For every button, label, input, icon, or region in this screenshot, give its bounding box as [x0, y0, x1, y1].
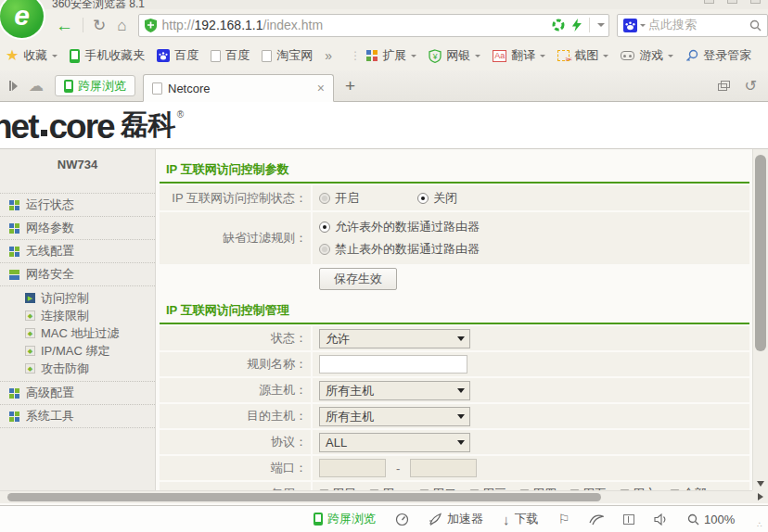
form-row-rule-name: 规则名称： — [160, 352, 749, 376]
page-icon — [152, 82, 162, 95]
field-label: 每周： — [160, 482, 311, 490]
dest-host-select[interactable]: 所有主机 — [319, 407, 470, 426]
divider — [589, 18, 590, 32]
refresh-button[interactable]: ↻ — [93, 18, 106, 33]
play-icon: ▶ — [25, 293, 35, 303]
statusbar-cross-screen[interactable]: 跨屏浏览 — [314, 511, 376, 527]
state-select[interactable]: 允许 — [319, 329, 470, 348]
bookmark-taobao[interactable]: 淘宝网 — [262, 47, 313, 64]
scroll-right-arrow[interactable] — [758, 493, 763, 500]
maximize-button[interactable] — [727, 0, 737, 4]
vertical-scrollbar[interactable] — [752, 149, 768, 490]
site-shield-icon[interactable] — [145, 19, 157, 32]
cloud-sync-icon[interactable]: ☁ — [29, 79, 44, 94]
zoom-icon — [687, 513, 699, 526]
sidebar-subitem-attack-defense[interactable]: ◆攻击防御 — [0, 360, 155, 377]
page-icon — [211, 50, 221, 62]
speed-bolt-icon[interactable] — [572, 19, 582, 32]
save-button[interactable]: 保存生效 — [319, 268, 397, 290]
statusbar-zoom[interactable]: 100% — [687, 513, 735, 526]
bookmark-mobile-favorites[interactable]: 手机收藏夹 — [70, 47, 145, 64]
online-banking-button[interactable]: ¥网银 — [429, 47, 480, 64]
favorites-menu[interactable]: ★收藏 — [6, 47, 58, 64]
login-manager-button[interactable]: 登录管家 — [685, 47, 751, 64]
radio-rule-allow[interactable] — [319, 222, 330, 233]
diamond-icon: ◆ — [25, 328, 35, 338]
sidebar-subitem-access-control[interactable]: ▶访问控制 — [0, 289, 155, 307]
close-window-button[interactable] — [750, 0, 761, 4]
rule-name-input[interactable] — [319, 355, 467, 374]
resize-grip[interactable]: ∴ — [757, 520, 764, 529]
sidebar-item-network-params[interactable]: 网络参数 — [0, 217, 155, 240]
url-dropdown-icon[interactable] — [597, 23, 605, 27]
window-title: 360安全浏览器 8.1 — [52, 0, 145, 9]
scroll-down-arrow[interactable] — [757, 481, 764, 487]
search-icon[interactable] — [749, 19, 762, 32]
bookmark-baidu[interactable]: 百度 — [211, 47, 250, 64]
home-button[interactable]: ⌂ — [117, 18, 126, 33]
form-row-state: 状态： 允许 — [160, 326, 749, 350]
translate-button[interactable]: Aa翻译 — [493, 47, 545, 64]
statusbar-accelerator[interactable]: 加速器 — [429, 511, 483, 527]
side-panel-icon[interactable] — [9, 81, 18, 91]
radio-status-off[interactable] — [417, 193, 429, 204]
snapshot-shutter-icon[interactable] — [552, 19, 565, 32]
statusbar-report[interactable]: ⚐ — [558, 513, 570, 526]
radio-rule-deny[interactable] — [319, 244, 330, 255]
close-tab-icon[interactable]: × — [317, 82, 325, 95]
section-title-control-management: IP 互联网访问控制管理 — [160, 298, 749, 324]
address-bar[interactable]: http://192.168.1.1/index.htm — [138, 14, 609, 37]
baidu-engine-icon[interactable] — [623, 19, 637, 32]
bookmarks-overflow-button[interactable]: » — [325, 49, 332, 62]
port-from-input[interactable] — [319, 459, 386, 477]
horizontal-scrollbar-thumb[interactable] — [7, 493, 601, 501]
sidebar-item-wireless-config[interactable]: 无线配置 — [0, 240, 155, 263]
form-row-protocol: 协议： ALL — [160, 430, 749, 454]
tab-netcore[interactable]: Netcore × — [143, 74, 334, 102]
window-controls[interactable] — [704, 0, 761, 4]
engine-dropdown-icon[interactable] — [640, 24, 646, 27]
sidebar-subitem-ip-mac-binding[interactable]: ◆IP/MAC 绑定 — [0, 342, 155, 360]
radio-label: 禁止表外的数据通过路由器 — [335, 241, 480, 258]
chevron-down-icon — [668, 55, 673, 57]
sidebar-item-network-security[interactable]: 网络安全 — [0, 263, 155, 286]
bookmark-baidu-app[interactable]: 百度 — [157, 47, 198, 64]
statusbar-download[interactable]: ↓下载 — [503, 511, 539, 527]
title-bar: 360安全浏览器 8.1 — [0, 0, 768, 9]
sidebar-item-system-tools[interactable]: 系统工具 — [0, 405, 155, 428]
sidebar-item-advanced-config[interactable]: 高级配置 — [0, 382, 155, 405]
sidebar: NW734 运行状态 网络参数 无线配置 网络安全 ▶访问控制 ◆连接限制 ◆M… — [0, 149, 156, 490]
search-box[interactable]: 点此搜索 — [617, 14, 768, 37]
statusbar-skin[interactable] — [589, 513, 604, 526]
cross-screen-button[interactable]: 跨屏浏览 — [55, 75, 135, 96]
extensions-button[interactable]: 扩展 — [366, 47, 416, 64]
back-button[interactable]: ← — [56, 17, 73, 34]
form-row-control-status: IP 互联网访问控制状态： 开启 关闭 — [160, 185, 749, 210]
statusbar-speed-gauge[interactable] — [395, 513, 409, 526]
key-magnifier-icon — [685, 49, 698, 62]
status-bar: 跨屏浏览 加速器 ↓下载 ⚐ 100% ∴ — [0, 505, 768, 532]
screenshot-button[interactable]: ✂截图 — [557, 47, 608, 64]
horizontal-scrollbar[interactable] — [0, 490, 768, 503]
sidebar-subitem-connection-limit[interactable]: ◆连接限制 — [0, 307, 155, 324]
url-text[interactable]: http://192.168.1.1/index.htm — [162, 18, 552, 32]
vertical-scrollbar-thumb[interactable] — [755, 155, 766, 351]
statusbar-sandbox[interactable] — [623, 514, 634, 525]
sidebar-subitem-mac-filter[interactable]: ◆MAC 地址过滤 — [0, 324, 155, 342]
field-label: 规则名称： — [160, 352, 311, 376]
scrollbar-corner — [752, 490, 768, 503]
radio-status-on[interactable] — [319, 193, 330, 204]
speaker-icon — [654, 513, 668, 526]
navigation-toolbar: ← ↻ ⌂ http://192.168.1.1/index.htm 点此搜索 — [0, 9, 768, 41]
tab-list-icon[interactable] — [718, 81, 730, 91]
games-button[interactable]: 游戏 — [621, 47, 673, 64]
port-to-input[interactable] — [410, 459, 477, 477]
minimize-button[interactable] — [704, 0, 714, 4]
sidebar-item-running-status[interactable]: 运行状态 — [0, 194, 155, 217]
protocol-select[interactable]: ALL — [319, 433, 470, 452]
reopen-tab-icon[interactable]: ↺ — [745, 79, 757, 94]
new-tab-button[interactable]: + — [345, 77, 355, 95]
source-host-select[interactable]: 所有主机 — [319, 381, 470, 400]
search-placeholder[interactable]: 点此搜索 — [648, 17, 747, 33]
statusbar-sound[interactable] — [654, 513, 668, 526]
